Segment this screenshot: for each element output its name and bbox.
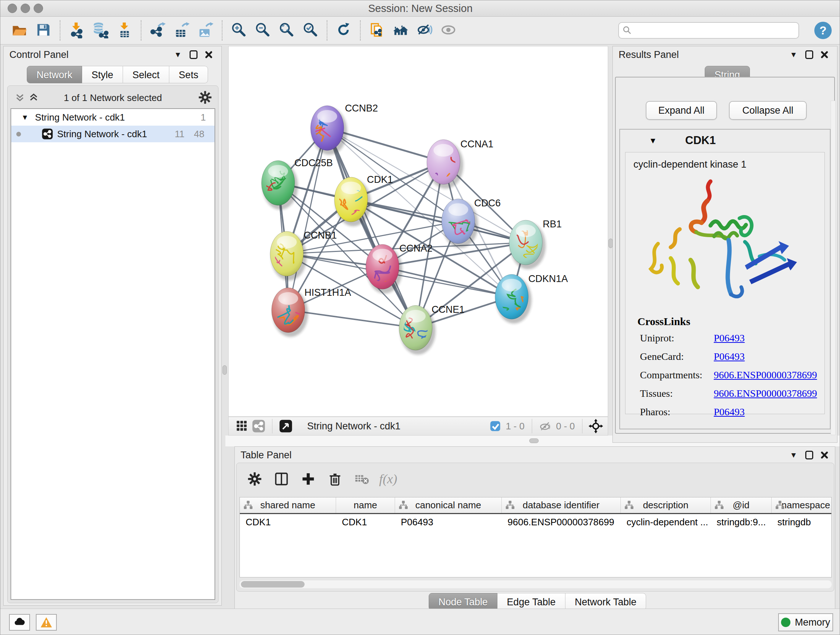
export-network-button[interactable] [147,19,167,41]
tab-style[interactable]: Style [82,66,123,83]
network-share-icon[interactable] [250,418,267,434]
show-graphics-details-button[interactable] [414,19,434,41]
crosslink-link[interactable]: P06493 [714,333,745,344]
memory-status-dot [781,618,790,627]
tab-edge-table[interactable]: Edge Table [497,593,565,610]
panel-menu-icon[interactable]: ▼ [790,50,797,59]
table-cell[interactable]: cyclin-dependent ... [621,516,711,528]
network-node-CDKN1A[interactable] [493,274,531,324]
left-splitter-handle[interactable] [223,365,227,375]
column-header--id[interactable]: @id [711,497,772,513]
clone-network-button[interactable] [366,19,387,41]
table-cell[interactable]: stringdb:9... [711,516,772,528]
tab-network[interactable]: Network [27,66,82,83]
table-cell[interactable]: CDK1 [240,516,336,528]
table-cell[interactable]: stringdb [772,516,832,528]
column-header-namespace[interactable]: namespace [772,497,832,513]
float-panel-icon[interactable] [805,451,813,459]
float-panel-icon[interactable] [805,50,813,59]
crosshair-icon[interactable] [587,418,604,434]
import-network-database-button[interactable] [90,19,111,41]
close-panel-icon[interactable] [820,450,829,460]
tab-node-table[interactable]: Node Table [429,593,497,610]
split-columns-icon[interactable] [272,470,291,488]
network-collection-row[interactable]: ▼ String Network - cdk1 1 [11,109,215,126]
zoom-out-button[interactable] [252,19,272,41]
network-edge[interactable] [327,128,416,328]
search-input[interactable] [635,25,795,36]
crosslink-link[interactable]: P06493 [714,406,745,418]
network-node-CDC25B[interactable] [232,160,298,210]
float-panel-icon[interactable] [189,50,197,59]
crosslink-row: Compartments:9606.ENSP00000378699 [625,369,824,387]
crosslink-label: Uniprot: [640,333,674,344]
column-header-description[interactable]: description [621,497,711,513]
search-box[interactable] [618,22,799,39]
column-header-database-identifier[interactable]: database identifier [502,497,621,513]
selected-checkbox-icon[interactable] [487,418,504,434]
tab-network-table[interactable]: Network Table [565,593,646,610]
table-panel-header: Table Panel ▼ [235,447,835,463]
panel-menu-icon[interactable]: ▼ [790,450,797,460]
column-header-name[interactable]: name [336,497,395,513]
table-tabs: Node TableEdge TableNetwork Table [429,593,646,610]
center-splitter-handle[interactable] [529,439,538,443]
open-session-button[interactable] [9,19,29,41]
network-edge[interactable] [288,128,327,310]
network-node-HIST1H1A[interactable] [272,288,308,337]
collapse-all-button[interactable]: Collapse All [729,101,807,120]
birdseye-view-icon[interactable] [278,418,294,434]
network-options-gear-icon[interactable] [197,89,213,105]
string-home-button[interactable] [390,19,411,41]
save-session-button[interactable] [33,19,53,41]
column-header-canonical-name[interactable]: canonical name [395,497,502,513]
export-table-button[interactable] [171,19,191,41]
network-view-canvas[interactable]: CCNB2CCNA1CDC25BCDK1CDC6RB1CCNB1CCNA2CDK… [228,46,608,417]
grid-view-icon[interactable] [234,418,250,434]
cloud-status-button[interactable] [9,614,30,631]
crosslink-link[interactable]: 9606.ENSP00000378699 [714,369,817,381]
crosslink-link[interactable]: 9606.ENSP00000378699 [714,388,817,399]
apply-layout-button[interactable] [333,19,354,41]
section-collapse-icon[interactable]: ▼ [649,136,657,146]
import-network-file-button[interactable] [66,19,87,41]
table-cell[interactable]: P06493 [395,516,502,528]
zoom-fit-button[interactable] [276,19,296,41]
table-row[interactable]: CDK1CDK1P064939606.ENSP00000378699cyclin… [240,514,831,530]
node-table: shared namenamecanonical namedatabase id… [240,497,832,578]
export-table-icon [173,21,190,40]
zoom-in-button[interactable] [228,19,248,41]
zoom-selected-button[interactable] [300,19,320,41]
right-splitter-handle[interactable] [608,239,613,248]
table-gear-icon[interactable] [245,470,264,488]
tab-sets[interactable]: Sets [169,66,208,83]
network-graph[interactable]: CCNB2CCNA1CDC25BCDK1CDC6RB1CCNB1CCNA2CDK… [229,46,608,416]
hide-details-button[interactable] [438,19,458,41]
table-cell[interactable]: 9606.ENSP00000378699 [502,516,621,528]
tab-select[interactable]: Select [123,66,169,83]
delete-column-icon[interactable] [325,470,344,488]
results-scrollbar[interactable] [831,101,836,435]
network-node-CCNB2[interactable] [311,106,347,157]
expand-all-button[interactable]: Expand All [646,101,717,120]
tree-expand-icon[interactable]: ▼ [21,113,28,122]
help-button[interactable]: ? [814,22,832,39]
import-table-file-button[interactable] [114,19,134,41]
memory-button[interactable]: Memory [778,613,833,631]
add-column-icon[interactable] [299,470,317,488]
network-node-CCNE1[interactable] [399,306,436,355]
zoom-selected-icon [302,21,319,40]
warnings-button[interactable] [36,614,57,631]
column-header-shared-name[interactable]: shared name [240,497,336,513]
network-node-CCNB1[interactable] [252,231,306,280]
node-label-CCNA2: CCNA2 [399,243,432,254]
table-cell[interactable]: CDK1 [336,516,395,528]
table-hscrollbar-thumb[interactable] [241,581,305,587]
panel-menu-icon[interactable]: ▼ [174,50,182,59]
close-panel-icon[interactable] [820,50,829,59]
network-row[interactable]: String Network - cdk1 11 48 [11,126,215,142]
crosslink-link[interactable]: P06493 [714,351,745,363]
close-panel-icon[interactable] [204,50,213,59]
protein-name: CDK1 [685,134,715,147]
export-image-button[interactable] [195,19,215,41]
